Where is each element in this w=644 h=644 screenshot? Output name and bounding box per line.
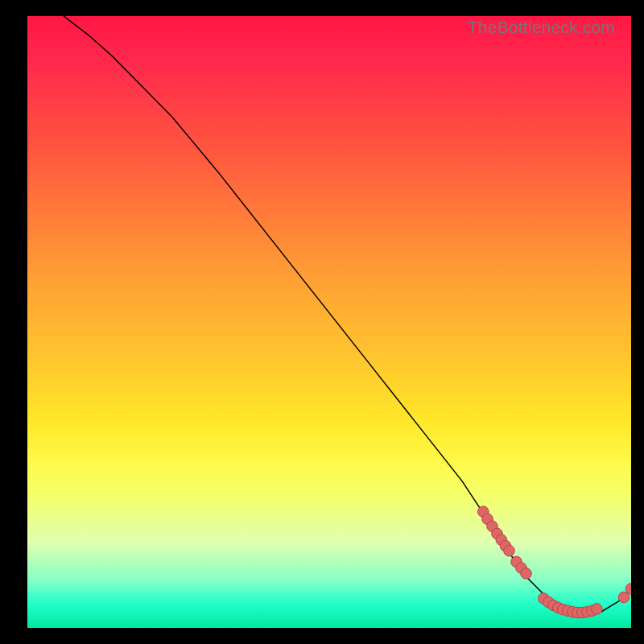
bottleneck-curve (64, 16, 631, 614)
data-points (478, 506, 632, 618)
chart-svg (27, 16, 631, 628)
data-point (504, 545, 515, 556)
data-point (521, 568, 532, 580)
chart-area: TheBottleneck.com (27, 16, 631, 628)
data-point (592, 604, 603, 615)
